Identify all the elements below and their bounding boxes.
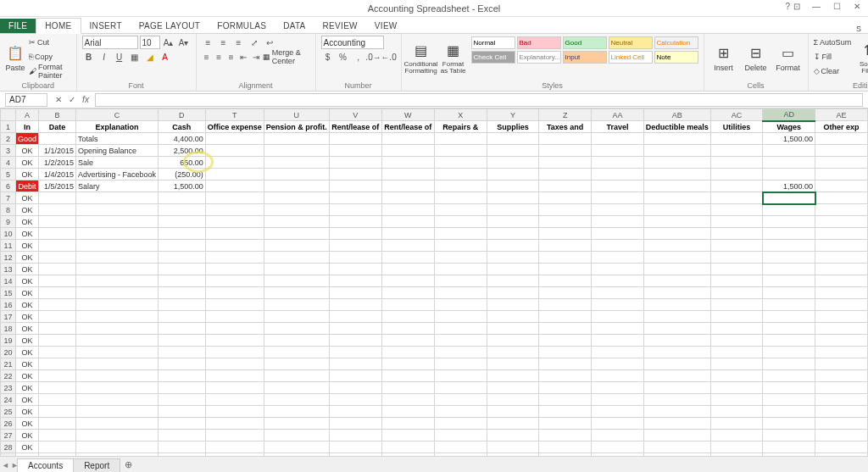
- cell[interactable]: [710, 275, 763, 287]
- cell[interactable]: [38, 370, 75, 382]
- row-header[interactable]: 14: [1, 275, 16, 287]
- cell[interactable]: [592, 370, 644, 382]
- cell[interactable]: [539, 441, 592, 453]
- cell[interactable]: [710, 441, 763, 453]
- cell[interactable]: [205, 228, 264, 240]
- cell[interactable]: [487, 264, 539, 275]
- cell[interactable]: [710, 252, 763, 264]
- cell[interactable]: Utilities: [710, 121, 763, 133]
- cell[interactable]: OK: [15, 335, 38, 347]
- cell[interactable]: OK: [15, 370, 38, 382]
- format-painter-button[interactable]: 🖌Format Painter: [29, 64, 71, 78]
- cell[interactable]: [710, 240, 763, 252]
- row-header[interactable]: 8: [1, 204, 16, 216]
- cell[interactable]: [763, 264, 815, 275]
- cell[interactable]: [381, 192, 434, 204]
- col-header-AD[interactable]: AD: [763, 109, 815, 121]
- cell[interactable]: [205, 264, 264, 275]
- cell[interactable]: [38, 192, 75, 204]
- cell[interactable]: [763, 394, 815, 406]
- align-left-button[interactable]: ≡: [202, 50, 212, 64]
- cell[interactable]: [763, 370, 815, 382]
- row-header[interactable]: 19: [1, 335, 16, 347]
- cell[interactable]: [381, 216, 434, 228]
- conditional-formatting-button[interactable]: ▤Conditional Formatting: [407, 36, 436, 80]
- cell[interactable]: [487, 216, 539, 228]
- cell[interactable]: [710, 133, 763, 145]
- cell[interactable]: [592, 228, 644, 240]
- cell[interactable]: [643, 299, 710, 311]
- row-header[interactable]: 24: [1, 394, 16, 406]
- style-neutral[interactable]: Neutral: [609, 36, 653, 49]
- spreadsheet-grid[interactable]: ABCDTUVWXYZAAABACADAE1InDateExplanationC…: [0, 108, 868, 456]
- cell[interactable]: In: [15, 121, 38, 133]
- cell[interactable]: [75, 430, 158, 441]
- cell[interactable]: [643, 216, 710, 228]
- cell[interactable]: Other exp: [815, 121, 868, 133]
- cell[interactable]: [264, 406, 329, 418]
- cell[interactable]: OK: [15, 145, 38, 157]
- cell[interactable]: [381, 299, 434, 311]
- cell[interactable]: [815, 133, 868, 145]
- cell[interactable]: [264, 145, 329, 157]
- cell[interactable]: [158, 264, 205, 275]
- cell[interactable]: [264, 133, 329, 145]
- cell[interactable]: [643, 157, 710, 169]
- copy-button[interactable]: ⎘Copy: [29, 50, 71, 64]
- cell[interactable]: [264, 264, 329, 275]
- cell[interactable]: [763, 216, 815, 228]
- inc-decimal-button[interactable]: .0→: [367, 50, 381, 64]
- cell[interactable]: [487, 335, 539, 347]
- indent-inc-button[interactable]: ⇥: [250, 50, 260, 64]
- clear-button[interactable]: ◇Clear: [814, 64, 852, 78]
- cell[interactable]: Totals: [75, 133, 158, 145]
- font-size-select[interactable]: 10: [140, 36, 160, 49]
- cell[interactable]: [487, 358, 539, 370]
- cell[interactable]: [434, 240, 487, 252]
- cell[interactable]: [205, 323, 264, 335]
- cell[interactable]: [763, 358, 815, 370]
- cell[interactable]: Opening Balance: [75, 145, 158, 157]
- cell[interactable]: OK: [15, 394, 38, 406]
- cell[interactable]: [592, 157, 644, 169]
- cell[interactable]: [381, 418, 434, 430]
- cell[interactable]: [158, 441, 205, 453]
- cell[interactable]: [434, 323, 487, 335]
- cell[interactable]: [434, 394, 487, 406]
- indent-dec-button[interactable]: ⇤: [238, 50, 248, 64]
- cell[interactable]: [643, 180, 710, 192]
- cell[interactable]: [329, 252, 381, 264]
- cell[interactable]: [815, 157, 868, 169]
- cell[interactable]: [158, 406, 205, 418]
- cell[interactable]: OK: [15, 157, 38, 169]
- cell[interactable]: [205, 311, 264, 323]
- cell[interactable]: [75, 252, 158, 264]
- cell[interactable]: [539, 169, 592, 180]
- cell[interactable]: OK: [15, 252, 38, 264]
- cell[interactable]: [38, 382, 75, 394]
- col-header-AC[interactable]: AC: [710, 109, 763, 121]
- dec-decimal-button[interactable]: ←.0: [382, 50, 396, 64]
- cell[interactable]: [205, 240, 264, 252]
- cell[interactable]: [592, 358, 644, 370]
- cell[interactable]: [643, 335, 710, 347]
- cell[interactable]: [38, 394, 75, 406]
- cell[interactable]: [815, 382, 868, 394]
- cell[interactable]: [763, 228, 815, 240]
- cell[interactable]: [38, 335, 75, 347]
- cell[interactable]: [329, 430, 381, 441]
- cell[interactable]: [75, 204, 158, 216]
- cell[interactable]: [710, 180, 763, 192]
- cell[interactable]: [158, 311, 205, 323]
- cell[interactable]: [592, 216, 644, 228]
- cell[interactable]: [815, 441, 868, 453]
- cell[interactable]: [434, 216, 487, 228]
- cell[interactable]: [38, 204, 75, 216]
- cell[interactable]: [75, 311, 158, 323]
- cell[interactable]: [381, 133, 434, 145]
- cell[interactable]: [643, 169, 710, 180]
- cell[interactable]: [643, 228, 710, 240]
- cell[interactable]: [763, 240, 815, 252]
- cell[interactable]: [329, 216, 381, 228]
- cell[interactable]: [264, 169, 329, 180]
